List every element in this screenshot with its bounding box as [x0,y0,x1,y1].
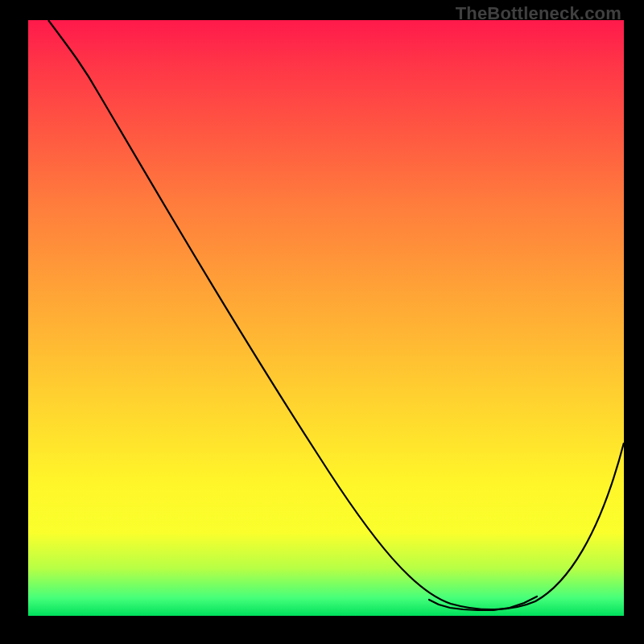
curve-layer [28,20,624,616]
bottleneck-curve-path [48,20,624,609]
chart-frame: TheBottleneck.com [0,0,644,644]
optimal-range-marker [429,597,537,610]
